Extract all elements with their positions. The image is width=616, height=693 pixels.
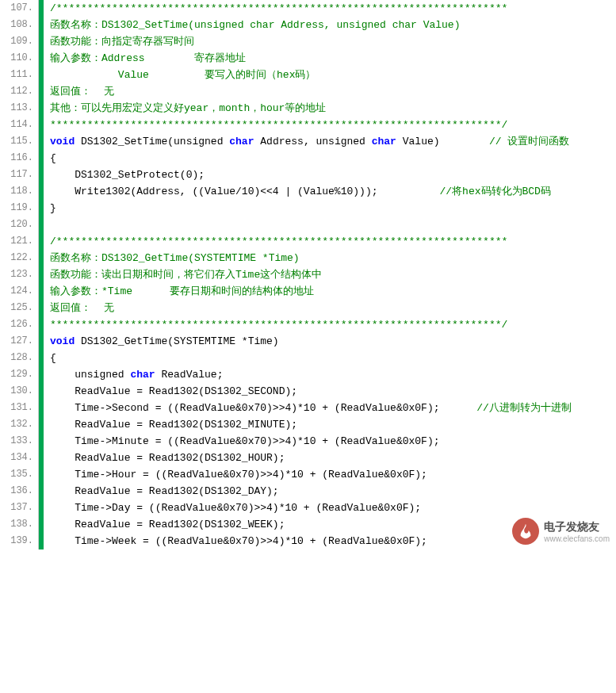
line-number: 132. (0, 416, 39, 433)
code-token: Time->Day = ((ReadValue&0x70)>>4)*10 + (… (50, 502, 421, 514)
code-content: /***************************************… (44, 233, 616, 250)
code-token: DS1302_GetTime(SYSTEMTIME *Time) (75, 335, 278, 347)
code-line: 109.函数功能：向指定寄存器写时间 (0, 33, 616, 50)
code-token: //将hex码转化为BCD码 (440, 186, 551, 197)
line-number: 127. (0, 333, 39, 350)
line-number: 131. (0, 400, 39, 416)
line-number: 136. (0, 483, 39, 500)
code-line: 107./***********************************… (0, 0, 616, 17)
code-line: 124.输入参数：*Time 要存日期和时间的结构体的地址 (0, 283, 616, 300)
code-line: 135. Time->Hour = ((ReadValue&0x70)>>4)*… (0, 466, 616, 483)
code-line: 120. (0, 216, 616, 233)
code-token: 函数功能：读出日期和时间，将它们存入Time这个结构体中 (50, 269, 322, 281)
code-line: 112.返回值： 无 (0, 83, 616, 100)
code-content: ReadValue = Read1302(DS1302_HOUR); (44, 450, 616, 466)
code-content: 函数名称：DS1302_SetTime(unsigned char Addres… (44, 17, 616, 33)
code-content: Time->Minute = ((ReadValue&0x70)>>4)*10 … (44, 433, 616, 450)
code-line: 136. ReadValue = Read1302(DS1302_DAY); (0, 483, 616, 500)
code-line: 126.************************************… (0, 316, 616, 333)
line-number: 128. (0, 350, 39, 366)
line-number: 110. (0, 50, 39, 67)
code-token: char (372, 136, 396, 147)
code-content: /***************************************… (44, 0, 616, 17)
code-content: 返回值： 无 (44, 83, 616, 100)
code-token: void (50, 335, 75, 347)
code-token: 其他：可以先用宏定义定义好year，month，hour等的地址 (50, 102, 326, 114)
line-number: 139. (0, 533, 39, 549)
line-number: 135. (0, 466, 39, 483)
line-number: 120. (0, 216, 39, 233)
code-content: { (44, 150, 616, 167)
code-token: Time->Week = ((ReadValue&0x70)>>4)*10 + … (50, 535, 427, 547)
code-line: 119.} (0, 200, 616, 216)
line-number: 116. (0, 150, 39, 167)
code-content: Time->Day = ((ReadValue&0x70)>>4)*10 + (… (44, 500, 616, 516)
line-number: 112. (0, 83, 39, 100)
code-line: 122.函数名称：DS1302_GetTime(SYSTEMTIME *Time… (0, 250, 616, 266)
code-token: ReadValue = Read1302(DS1302_DAY); (50, 485, 279, 497)
code-line: 139. Time->Week = ((ReadValue&0x70)>>4)*… (0, 533, 616, 549)
code-content: unsigned char ReadValue; (44, 366, 616, 383)
line-number: 119. (0, 200, 39, 216)
code-content: Time->Week = ((ReadValue&0x70)>>4)*10 + … (44, 533, 616, 549)
code-token: 返回值： 无 (50, 302, 114, 314)
code-token: Time->Hour = ((ReadValue&0x70)>>4)*10 + … (50, 469, 427, 481)
code-line: 110.输入参数：Address 寄存器地址 (0, 50, 616, 67)
code-token (50, 219, 56, 231)
code-line: 131. Time->Second = ((ReadValue&0x70)>>4… (0, 400, 616, 416)
code-token: 输入参数：Address 寄存器地址 (50, 52, 246, 64)
line-number: 122. (0, 250, 39, 266)
code-token: ReadValue = Read1302(DS1302_WEEK); (50, 519, 285, 530)
line-number: 134. (0, 450, 39, 466)
code-content: ReadValue = Read1302(DS1302_MINUTE); (44, 416, 616, 433)
code-content: Time->Hour = ((ReadValue&0x70)>>4)*10 + … (44, 466, 616, 483)
code-token: ReadValue = Read1302(DS1302_SECOND); (50, 385, 297, 397)
code-token: ReadValue = Read1302(DS1302_MINUTE); (50, 419, 297, 431)
code-line: 128.{ (0, 350, 616, 366)
code-content: 函数功能：读出日期和时间，将它们存入Time这个结构体中 (44, 266, 616, 283)
code-token: 函数名称：DS1302_SetTime(unsigned char Addres… (50, 19, 460, 31)
line-number: 114. (0, 117, 39, 133)
code-token: DS1302_SetProtect(0); (50, 169, 205, 181)
code-line: 108.函数名称：DS1302_SetTime(unsigned char Ad… (0, 17, 616, 33)
code-line: 116.{ (0, 150, 616, 167)
line-number: 121. (0, 233, 39, 250)
code-token: DS1302_SetTime(unsigned (75, 136, 229, 147)
code-line: 133. Time->Minute = ((ReadValue&0x70)>>4… (0, 433, 616, 450)
code-line: 132. ReadValue = Read1302(DS1302_MINUTE)… (0, 416, 616, 433)
code-line: 127.void DS1302_GetTime(SYSTEMTIME *Time… (0, 333, 616, 350)
code-line: 125.返回值： 无 (0, 300, 616, 316)
code-content: 输入参数：*Time 要存日期和时间的结构体的地址 (44, 283, 616, 300)
code-token: Value) (396, 136, 489, 147)
line-number: 137. (0, 500, 39, 516)
line-number: 124. (0, 283, 39, 300)
code-content: ****************************************… (44, 117, 616, 133)
code-token: 输入参数：*Time 要存日期和时间的结构体的地址 (50, 285, 314, 297)
line-number: 117. (0, 167, 39, 183)
code-token: void (50, 136, 75, 147)
code-content: void DS1302_SetTime(unsigned char Addres… (44, 133, 616, 150)
code-line: 123.函数功能：读出日期和时间，将它们存入Time这个结构体中 (0, 266, 616, 283)
line-number: 113. (0, 100, 39, 117)
line-number: 126. (0, 316, 39, 333)
code-content: 输入参数：Address 寄存器地址 (44, 50, 616, 67)
code-block: 107./***********************************… (0, 0, 616, 549)
code-line: 138. ReadValue = Read1302(DS1302_WEEK); (0, 516, 616, 533)
code-token: ReadValue; (155, 369, 224, 381)
code-content: 返回值： 无 (44, 300, 616, 316)
code-content: DS1302_SetProtect(0); (44, 167, 616, 183)
line-number: 130. (0, 383, 39, 400)
code-content: { (44, 350, 616, 366)
code-token: ReadValue = Read1302(DS1302_HOUR); (50, 452, 285, 464)
code-content: Time->Second = ((ReadValue&0x70)>>4)*10 … (44, 400, 616, 416)
line-number: 129. (0, 366, 39, 383)
code-token: Write1302(Address, ((Value/10)<<4 | (Val… (50, 186, 440, 197)
code-content: 函数名称：DS1302_GetTime(SYSTEMTIME *Time) (44, 250, 616, 266)
code-content (44, 216, 616, 233)
code-token: 函数功能：向指定寄存器写时间 (50, 36, 194, 48)
code-token: Address, unsigned (254, 136, 371, 147)
code-token: //八进制转为十进制 (476, 402, 572, 414)
code-token: Time->Minute = ((ReadValue&0x70)>>4)*10 … (50, 435, 440, 447)
line-number: 109. (0, 33, 39, 50)
code-line: 118. Write1302(Address, ((Value/10)<<4 |… (0, 183, 616, 200)
